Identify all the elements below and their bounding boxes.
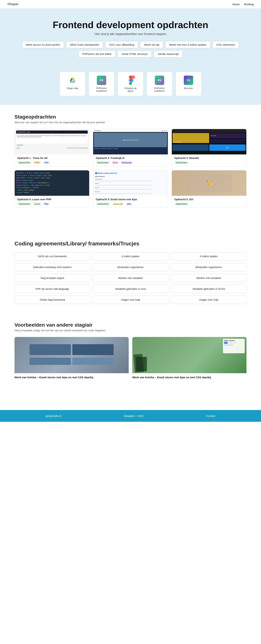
tags-container: Werk secuur en pixel perfect MDN Code st…	[14, 41, 246, 58]
badge-js-4: Javascript	[111, 202, 124, 206]
gdrive-icon	[68, 76, 77, 85]
card-body-0: Opdracht 1 - Trees for All Opdrachten HT…	[15, 154, 89, 166]
card-title-2: Opdracht 3: Newsbit	[174, 156, 244, 160]
hero-section: Frontend development opdrachten Hier vin…	[0, 8, 261, 66]
card-body-1: Opdracht 2: Frankrijk.nl Opdrachten Scss…	[93, 154, 168, 166]
badge-opdrachten-0: Opdrachten	[17, 161, 32, 164]
phpstorm-icon-1: PS	[97, 76, 106, 85]
footer: go2people.nl 4stagiairs - 2022 Contact	[0, 410, 261, 422]
fw-col2-2[interactable]: Werken met variabele	[92, 274, 168, 282]
card-img-1: frankrijk.nl ▶ ⊙ ☰ Hippie stoner bands t…	[93, 129, 168, 154]
examples-title: Voorbeelden van andere stagiair	[14, 322, 246, 328]
fw-col2-3[interactable]: Variabele gebruiken in scss	[92, 285, 168, 293]
stage-section: Stageopdrachten Wat voor van stagiars be…	[0, 105, 261, 220]
stage-title: Stageopdrachten	[14, 114, 246, 120]
card-php[interactable]: $product = $this->input->get('prod $star…	[14, 170, 89, 208]
bronnen-icon: PS	[184, 76, 193, 85]
fw-col1-2[interactable]: Twig template engine	[14, 274, 90, 282]
navigation: 4Stagiair Home Richting	[0, 0, 261, 8]
badge-bootstrap-1: Bootstrap	[120, 161, 133, 164]
card-badges-1: Opdrachten Scss Bootstrap	[96, 161, 165, 164]
tag-6[interactable]: PHPstorm als text editor	[78, 50, 116, 58]
badge-opdrachten-4: Opdrachten	[96, 202, 110, 206]
fw-col3-0[interactable]: 4 Indent spaties	[171, 252, 246, 260]
tag-5[interactable]: CSS selectoren	[212, 41, 239, 48]
badge-html-0: HTML	[33, 161, 42, 164]
card-newsbit[interactable]: Grootste Goldman... Vooruitgaan... 🐦	[172, 129, 246, 166]
card-body-4: Opdracht 5: Email sturen met Ajax Opdrac…	[93, 196, 168, 208]
example-img-0	[14, 337, 129, 373]
fw-col1-0[interactable]: SASS als css frameworks	[14, 252, 90, 260]
frameworks-section: Coding agreements/Library/ frameworks/Tr…	[0, 232, 261, 313]
card-frankrijknl[interactable]: frankrijk.nl ▶ ⊙ ☰ Hippie stoner bands t…	[93, 129, 168, 166]
footer-link-1: 4stagiairs - 2022	[124, 414, 144, 418]
tag-2[interactable]: SVG voor afbeelding	[105, 41, 138, 48]
icon-card-figma[interactable]: Ontwerp op figma	[118, 72, 143, 96]
example-caption-0: Werk van Keïsha – Email sturen met Ajax …	[14, 376, 129, 379]
badge-css-0: CSS	[42, 161, 50, 164]
card-badges-4: Opdrachten Javascript php	[96, 202, 165, 206]
card-badges-3: Opdrachten Lezen Php	[17, 202, 87, 206]
phpstorm-icon-2: PS	[155, 76, 164, 85]
card-img-3: $product = $this->input->get('prod $star…	[15, 170, 89, 196]
card-trees-for-all[interactable]: Veelgestelde vragen Als je ooit een vraa…	[14, 129, 89, 166]
nav-home[interactable]: Home	[232, 3, 240, 6]
tag-8[interactable]: Vanilla Javascript	[154, 50, 182, 58]
card-title-3: Opdracht 4: Lezen over PHP	[17, 198, 87, 201]
tag-4[interactable]: Werkt met een 4 indent spaties	[165, 41, 210, 48]
card-title-1: Opdracht 2: Frankrijk.nl	[96, 156, 165, 160]
hero-title: Frontend development opdrachten	[14, 20, 246, 30]
examples-subtitle: Heb je inspiratie nodig, fret not hier z…	[14, 329, 246, 332]
card-ajax[interactable]: 🔵 Neem contact met ons Nieuw Bericht Ond…	[93, 170, 168, 208]
card-img-2: Grootste Goldman... Vooruitgaan... 🐦	[172, 129, 246, 154]
icon-card-stagemap[interactable]: Stage map	[60, 72, 85, 96]
tag-0[interactable]: Werk secuur en pixel perfect	[22, 41, 64, 48]
icon-card-phpstorm2[interactable]: PS PHPstorm installeren	[147, 72, 172, 96]
hero-subtitle: Hier vind je alle stageopdrachten voor f…	[14, 32, 246, 36]
card-img-4: 🔵 Neem contact met ons Nieuw Bericht Ond…	[93, 170, 168, 196]
footer-link-0[interactable]: go2people.nl	[46, 414, 61, 418]
fw-col3-2[interactable]: Werken met variabele	[171, 274, 246, 282]
footer-link-2[interactable]: Contact	[206, 414, 215, 418]
icon-card-label-4: Bronnen	[184, 87, 193, 90]
example-card-0[interactable]: Werk van Keïsha – Email sturen met Ajax …	[14, 337, 129, 379]
icon-card-label-2: Ontwerp op figma	[122, 87, 139, 92]
badge-php-3: Php	[43, 202, 50, 206]
card-title-4: Opdracht 5: Email sturen met Ajax	[96, 198, 165, 201]
examples-section: Voorbeelden van andere stagiair Heb je i…	[0, 313, 261, 388]
card-title-5: Opdracht 5: DIY	[174, 198, 244, 201]
icon-card-bronnen[interactable]: PS Bronnen	[176, 72, 201, 96]
frameworks-grid: SASS als css frameworks 4 Indent spaties…	[14, 252, 246, 304]
card-body-2: Opdracht 3: Newsbit Opdrachten	[172, 154, 246, 166]
example-card-1[interactable]: Widget Templates Werk van Keïsha – Email…	[132, 337, 246, 379]
fw-col1-3[interactable]: PHP als server side language	[14, 285, 90, 293]
badge-opdrachten-1: Opdrachten	[96, 161, 110, 164]
nav-richting[interactable]: Richting	[244, 3, 254, 6]
cards-grid-top: Veelgestelde vragen Als je ooit een vraa…	[14, 129, 246, 166]
icon-card-label-1: PHPstorm installeren	[93, 87, 110, 92]
card-badges-5: Opdrachten	[174, 202, 244, 206]
nav-links: Home Richting	[232, 3, 254, 6]
card-img-0: Veelgestelde vragen Als je ooit een vraa…	[15, 129, 89, 154]
icon-card-label-3: PHPstorm installeren	[151, 87, 168, 92]
fw-col1-4[interactable]: Timber twig framework	[14, 296, 90, 304]
fw-col3-4[interactable]: Vragen voor hulp	[171, 296, 246, 304]
card-body-5: Opdracht 5: DIY Opdrachten	[172, 196, 246, 208]
fw-col2-1[interactable]: Bestanden organiseren	[92, 263, 168, 271]
fw-col3-3[interactable]: Variabele gebruiken in SCSS	[171, 285, 246, 293]
icon-card-phpstorm1[interactable]: PS PHPstorm installeren	[89, 72, 114, 96]
tag-7[interactable]: Juiste HTML structuur	[118, 50, 152, 58]
example-caption-1: Werk van Keïsha – Email sturen met Ajax …	[132, 376, 246, 379]
fw-col3-1[interactable]: Bestanden organiseren	[171, 263, 246, 271]
card-diy[interactable]: ✏️ Opdracht 5: DIY Opdrachten	[172, 170, 246, 208]
tag-1[interactable]: MDN Code standaarden	[66, 41, 103, 48]
cards-grid-bottom: $product = $this->input->get('prod $star…	[14, 170, 246, 208]
icon-card-label-0: Stage map	[67, 87, 78, 90]
fw-col2-0[interactable]: 4 Indent spaties	[92, 252, 168, 260]
card-badges-2: Opdrachten	[174, 161, 244, 164]
badge-opdrachten-3: Opdrachten	[17, 202, 32, 206]
tag-3[interactable]: Neem de tijd	[140, 41, 163, 48]
badge-opdrachten-2: Opdrachten	[174, 161, 189, 164]
fw-col1-1[interactable]: Gebruiken bootstrap Grid systeem	[14, 263, 90, 271]
fw-col2-4[interactable]: Vragen voor hulp	[92, 296, 168, 304]
